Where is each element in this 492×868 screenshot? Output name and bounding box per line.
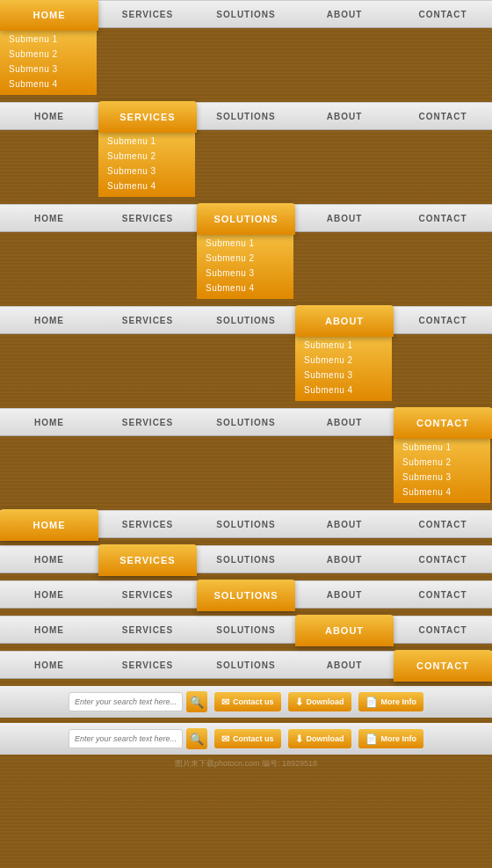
nav-contact-8[interactable]: CONTACT (394, 581, 492, 608)
nav-about-6[interactable]: ABOUT (295, 511, 394, 537)
nav-services-2[interactable]: SERVICES (98, 101, 197, 133)
nav-services-10[interactable]: SERVICES (98, 652, 197, 678)
search-button-1[interactable]: 🔍 (186, 691, 207, 712)
nav-services-6[interactable]: SERVICES (98, 511, 197, 537)
nav-bar-8: HOME SERVICES SOLUTIONS ABOUT CONTACT (0, 580, 492, 609)
email-icon-2: ✉ (221, 733, 229, 745)
moreinfo-button-1[interactable]: 📄 More Info (358, 692, 424, 711)
nav-contact-5[interactable]: CONTACT (394, 407, 492, 439)
nav-home-6[interactable]: HOME (0, 509, 98, 541)
dropdown-menu-4: Submenu 1 Submenu 2 Submenu 3 Submenu 4 (295, 334, 392, 401)
nav-contact-2[interactable]: CONTACT (394, 103, 492, 129)
watermark: 图片来下载photocn.com 编号: 18929518 (0, 755, 492, 773)
nav-bar-5: HOME SERVICES SOLUTIONS ABOUT CONTACT (0, 408, 492, 436)
nav-home-7[interactable]: HOME (0, 546, 98, 573)
sub-item-2-4[interactable]: Submenu 4 (98, 179, 195, 193)
download-button-1[interactable]: ⬇ Download (288, 692, 351, 711)
download-icon-2: ⬇ (295, 733, 303, 745)
sub-item-3-2[interactable]: Submenu 2 (197, 251, 293, 266)
sub-item-2-2[interactable]: Submenu 2 (98, 149, 195, 164)
nav-services-8[interactable]: SERVICES (98, 581, 197, 608)
nav-home-1[interactable]: HOME (0, 0, 98, 31)
sub-item-3-4[interactable]: Submenu 4 (197, 281, 293, 295)
sub-item-2-1[interactable]: Submenu 1 (98, 134, 195, 149)
sub-item-5-3[interactable]: Submenu 3 (394, 470, 490, 485)
nav-bar-4: HOME SERVICES SOLUTIONS ABOUT CONTACT (0, 306, 492, 334)
search-button-2[interactable]: 🔍 (186, 728, 207, 749)
nav-services-7[interactable]: SERVICES (98, 544, 197, 576)
nav-home-4[interactable]: HOME (0, 307, 98, 333)
moreinfo-button-2[interactable]: 📄 More Info (358, 729, 424, 748)
nav-solutions-5[interactable]: SOLUTIONS (197, 409, 295, 435)
nav-group-8: HOME SERVICES SOLUTIONS ABOUT CONTACT (0, 580, 492, 609)
sub-item-4-1[interactable]: Submenu 1 (295, 338, 392, 353)
nav-bar-9: HOME SERVICES SOLUTIONS ABOUT CONTACT (0, 616, 492, 644)
nav-solutions-10[interactable]: SOLUTIONS (197, 652, 295, 678)
nav-home-9[interactable]: HOME (0, 616, 98, 643)
nav-contact-10[interactable]: CONTACT (394, 650, 492, 682)
nav-solutions-9[interactable]: SOLUTIONS (197, 616, 295, 643)
search-input-1[interactable] (69, 692, 183, 711)
nav-contact-4[interactable]: CONTACT (394, 307, 492, 333)
nav-bar-10: HOME SERVICES SOLUTIONS ABOUT CONTACT (0, 651, 492, 679)
nav-group-6: HOME SERVICES SOLUTIONS ABOUT CONTACT (0, 510, 492, 538)
nav-solutions-7[interactable]: SOLUTIONS (197, 546, 295, 573)
nav-contact-1[interactable]: CONTACT (394, 1, 492, 27)
sub-item-1-1[interactable]: Submenu 1 (0, 32, 97, 47)
nav-services-3[interactable]: SERVICES (98, 205, 197, 231)
nav-contact-3[interactable]: CONTACT (394, 205, 492, 231)
nav-about-8[interactable]: ABOUT (295, 581, 394, 608)
contact-button-1[interactable]: ✉ Contact us (214, 692, 281, 711)
moreinfo-label-2: More Info (381, 734, 417, 743)
nav-solutions-3[interactable]: SOLUTIONS (197, 203, 295, 235)
nav-services-4[interactable]: SERVICES (98, 307, 197, 333)
sub-item-1-2[interactable]: Submenu 2 (0, 47, 97, 62)
nav-solutions-6[interactable]: SOLUTIONS (197, 511, 295, 537)
nav-bar-3: HOME SERVICES SOLUTIONS ABOUT CONTACT (0, 204, 492, 232)
sub-item-5-2[interactable]: Submenu 2 (394, 455, 490, 470)
nav-about-9[interactable]: ABOUT (295, 615, 394, 646)
sub-item-5-4[interactable]: Submenu 4 (394, 485, 490, 500)
nav-contact-7[interactable]: CONTACT (394, 546, 492, 573)
nav-home-5[interactable]: HOME (0, 409, 98, 435)
nav-about-7[interactable]: ABOUT (295, 546, 394, 573)
sub-item-2-3[interactable]: Submenu 3 (98, 164, 195, 179)
nav-solutions-1[interactable]: SOLUTIONS (197, 1, 295, 27)
nav-solutions-8[interactable]: SOLUTIONS (197, 580, 295, 611)
sub-item-1-4[interactable]: Submenu 4 (0, 77, 97, 91)
nav-solutions-4[interactable]: SOLUTIONS (197, 307, 295, 333)
nav-contact-9[interactable]: CONTACT (394, 616, 492, 643)
contact-button-2[interactable]: ✉ Contact us (214, 729, 281, 748)
nav-home-3[interactable]: HOME (0, 205, 98, 231)
nav-home-2[interactable]: HOME (0, 103, 98, 129)
nav-about-5[interactable]: ABOUT (295, 409, 394, 435)
nav-services-1[interactable]: SERVICES (98, 1, 197, 27)
bottom-bar-1: 🔍 ✉ Contact us ⬇ Download 📄 More Info (0, 686, 492, 718)
nav-services-9[interactable]: SERVICES (98, 616, 197, 643)
nav-solutions-2[interactable]: SOLUTIONS (197, 103, 295, 129)
nav-contact-6[interactable]: CONTACT (394, 511, 492, 537)
sub-item-1-3[interactable]: Submenu 3 (0, 62, 97, 77)
sub-item-4-2[interactable]: Submenu 2 (295, 353, 392, 368)
sub-item-4-4[interactable]: Submenu 4 (295, 383, 392, 398)
nav-group-9: HOME SERVICES SOLUTIONS ABOUT CONTACT (0, 616, 492, 644)
search-input-2[interactable] (69, 729, 183, 748)
nav-home-8[interactable]: HOME (0, 581, 98, 608)
dropdown-4: Submenu 1 Submenu 2 Submenu 3 Submenu 4 (295, 334, 492, 401)
nav-home-10[interactable]: HOME (0, 652, 98, 678)
nav-about-2[interactable]: ABOUT (295, 103, 394, 129)
nav-bar-1: HOME SERVICES SOLUTIONS ABOUT CONTACT (0, 0, 492, 28)
info-icon-1: 📄 (365, 697, 378, 708)
download-label-1: Download (307, 697, 344, 706)
sub-item-3-1[interactable]: Submenu 1 (197, 236, 293, 251)
nav-about-1[interactable]: ABOUT (295, 1, 394, 27)
sub-item-4-3[interactable]: Submenu 3 (295, 368, 392, 383)
download-button-2[interactable]: ⬇ Download (288, 729, 351, 748)
nav-services-5[interactable]: SERVICES (98, 409, 197, 435)
nav-about-3[interactable]: ABOUT (295, 205, 394, 231)
search-container-1: 🔍 (69, 691, 207, 712)
sub-item-5-1[interactable]: Submenu 1 (394, 440, 490, 455)
sub-item-3-3[interactable]: Submenu 3 (197, 266, 293, 281)
nav-about-4[interactable]: ABOUT (295, 305, 394, 337)
nav-about-10[interactable]: ABOUT (295, 652, 394, 678)
